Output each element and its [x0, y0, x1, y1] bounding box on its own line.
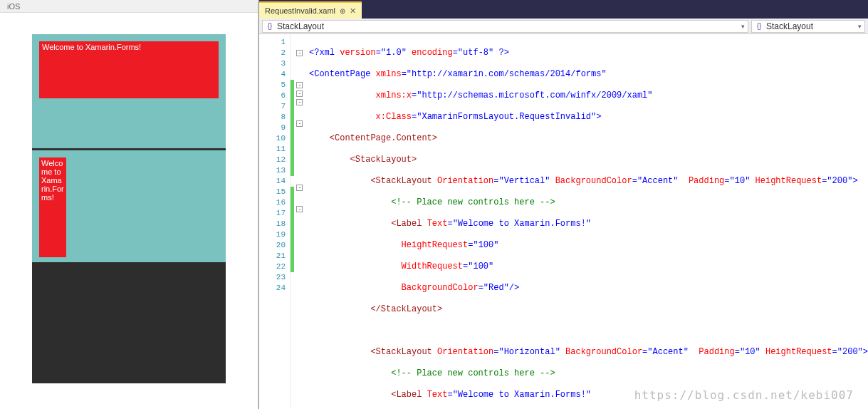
fold-column[interactable]: - - - - - - - [295, 34, 305, 409]
preview-pane: iOS Welcome to Xamarin.Forms! Welcome to… [0, 0, 258, 409]
device-preview-area: Welcome to Xamarin.Forms! Welcome to Xam… [0, 13, 258, 409]
code-area[interactable]: <?xml version="1.0" encoding="utf-8" ?> … [305, 34, 868, 409]
nav-scope-right-label: StackLayout [766, 21, 813, 31]
navigation-bar: {} StackLayout ▾ {} StackLayout ▾ [259, 19, 868, 34]
nav-scope-left[interactable]: {} StackLayout ▾ [262, 20, 748, 33]
stacklayout-vertical: Welcome to Xamarin.Forms! [32, 34, 226, 148]
file-tab-label: RequestInvalid.xaml [265, 6, 335, 15]
line-number-gutter: 123456789101112131415161718192021222324 [259, 34, 291, 409]
pin-icon[interactable]: ⊕ [340, 7, 345, 15]
label-horizontal: Welcome to Xamarin.Forms! [39, 157, 66, 257]
preview-tab-bar: iOS [0, 0, 258, 13]
empty-area [32, 262, 226, 383]
label-vertical: Welcome to Xamarin.Forms! [39, 41, 219, 98]
close-icon[interactable]: ✕ [350, 6, 356, 16]
code-editor-pane: RequestInvalid.xaml ⊕ ✕ {} StackLayout ▾… [258, 0, 868, 409]
braces-icon: {} [755, 22, 763, 31]
editor-tab-bar: RequestInvalid.xaml ⊕ ✕ [259, 0, 868, 19]
chevron-down-icon: ▾ [858, 23, 862, 30]
device-frame: Welcome to Xamarin.Forms! Welcome to Xam… [32, 34, 226, 409]
braces-icon: {} [266, 22, 274, 31]
chevron-down-icon: ▾ [741, 23, 745, 30]
nav-scope-right[interactable]: {} StackLayout ▾ [751, 20, 865, 33]
file-tab-active[interactable]: RequestInvalid.xaml ⊕ ✕ [259, 1, 362, 19]
nav-scope-left-label: StackLayout [277, 21, 324, 31]
code-editor[interactable]: 123456789101112131415161718192021222324 … [259, 34, 868, 409]
stacklayout-horizontal: Welcome to Xamarin.Forms! [32, 148, 226, 262]
watermark-text: https://blog.csdn.net/kebi007 [634, 388, 854, 402]
platform-tab-ios[interactable]: iOS [7, 2, 20, 11]
